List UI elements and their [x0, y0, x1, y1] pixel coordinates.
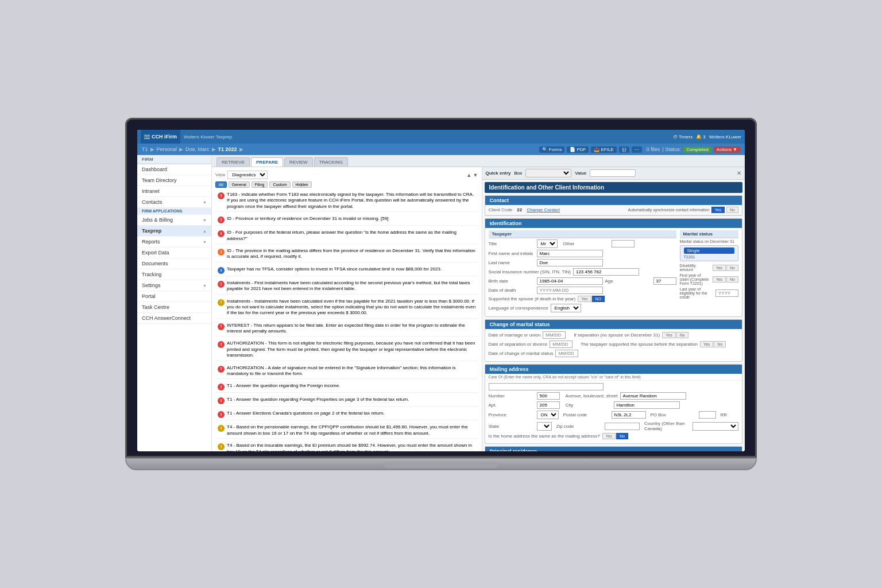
- marital-change-section: Change of marital status Date of marriag…: [485, 319, 743, 362]
- first-year-yes-btn[interactable]: Yes: [713, 276, 726, 283]
- sidebar-item-settings[interactable]: Settings ▼: [137, 280, 211, 291]
- zip-input[interactable]: [605, 423, 640, 430]
- last-year-input[interactable]: [715, 289, 738, 297]
- disability-row: Disability amount Yes No: [680, 264, 739, 272]
- home-no-btn[interactable]: No: [616, 433, 628, 439]
- language-select[interactable]: English French: [551, 304, 581, 312]
- avenue-input[interactable]: [620, 392, 686, 400]
- sidebar-item-reports[interactable]: Reports ▼: [137, 237, 211, 247]
- number-input[interactable]: [537, 392, 560, 400]
- diag-icon-red-8: !: [218, 341, 225, 348]
- actions-button[interactable]: Actions ▼: [714, 146, 740, 153]
- filter-hidden[interactable]: Hidden: [292, 181, 312, 188]
- sidebar-item-intranet[interactable]: Intranet: [137, 186, 211, 197]
- divorce-input[interactable]: [550, 341, 572, 348]
- marital-change-input[interactable]: [555, 350, 578, 357]
- filter-filing[interactable]: Filing: [252, 181, 268, 188]
- first-year-no-btn[interactable]: No: [726, 276, 738, 283]
- screen-inner: CCH iFirm Wolters Kluwer Taxprep ⏱ Timer…: [137, 130, 745, 451]
- t2201-link[interactable]: T2201: [684, 255, 735, 259]
- po-input[interactable]: [699, 411, 716, 419]
- care-of-input[interactable]: [489, 383, 604, 390]
- ts-yn: Yes No: [700, 341, 726, 347]
- marital-change-content: Date of marriage or union If separation …: [485, 329, 742, 361]
- province-select[interactable]: ON: [537, 411, 559, 419]
- sidebar-item-tracking[interactable]: Tracking: [137, 269, 211, 280]
- filter-all[interactable]: All: [215, 181, 227, 188]
- identification-section: Identification Taxpayer Title: [485, 218, 743, 317]
- disability-no-btn[interactable]: No: [726, 265, 738, 271]
- value-input[interactable]: [590, 169, 636, 177]
- spouse-no-btn[interactable]: NO: [592, 296, 605, 302]
- sidebar-item-dashboard[interactable]: Dashboard: [137, 164, 211, 175]
- diag-scroll: ! T183 - Indicate whether Form T183 was …: [215, 190, 478, 451]
- tab-tracking[interactable]: TRACKING: [314, 157, 348, 167]
- diag-collapse[interactable]: ▲ ▼: [466, 172, 478, 178]
- apt-input[interactable]: [537, 401, 560, 409]
- home-yes-btn[interactable]: Yes: [602, 433, 616, 439]
- tab-prepare[interactable]: PREPARE: [251, 157, 283, 167]
- share-button[interactable]: ⟨|⟩: [619, 146, 629, 153]
- diag-item-1: ! ID - Province or territory of residenc…: [215, 214, 478, 226]
- view-dropdown[interactable]: Diagnostics: [227, 171, 268, 179]
- first-name-input[interactable]: [537, 250, 603, 257]
- timers-icon[interactable]: ⏱ Timers: [673, 134, 693, 140]
- sidebar-item-team[interactable]: Team Directory: [137, 175, 211, 186]
- change-contact-link[interactable]: Change Contact: [527, 207, 560, 212]
- other-input[interactable]: [612, 240, 635, 247]
- sidebar-item-export[interactable]: Export Data: [137, 247, 211, 258]
- sidebar-item-contacts[interactable]: Contacts ▼: [137, 197, 211, 208]
- hamburger-icon[interactable]: [144, 135, 150, 139]
- breadcrumb-year[interactable]: T1 2022: [218, 146, 237, 152]
- spouse-yes-btn[interactable]: Yes: [578, 296, 591, 302]
- last-name-input[interactable]: [537, 259, 603, 266]
- country-select[interactable]: [693, 422, 738, 431]
- pdf-button[interactable]: 📄 PDF: [567, 146, 589, 153]
- title-label: Title: [489, 241, 535, 246]
- forms-button[interactable]: 🔍 Forms: [539, 146, 565, 153]
- contact-row: Client Code 22 Change Contact Automatica…: [485, 205, 742, 215]
- sidebar-item-documents[interactable]: Documents: [137, 258, 211, 269]
- diag-icon-red-9: !: [218, 366, 225, 373]
- ts-yes-btn[interactable]: Yes: [700, 341, 713, 347]
- top-bar: CCH iFirm Wolters Kluwer Taxprep ⏱ Timer…: [137, 130, 745, 144]
- spouse-row: Supported the spouse (if death in the ye…: [489, 296, 676, 302]
- age-label: Age: [605, 278, 651, 284]
- tab-review[interactable]: REVIEW: [284, 157, 313, 167]
- sidebar-item-task[interactable]: Task Centre: [137, 302, 211, 313]
- filter-general[interactable]: General: [229, 181, 250, 188]
- filter-custom[interactable]: Custom: [269, 181, 290, 188]
- notifications-icon[interactable]: 🔔 3: [696, 134, 705, 140]
- ts-no-btn[interactable]: No: [714, 341, 726, 347]
- breadcrumb-t1[interactable]: T1: [142, 146, 148, 152]
- divorce-label: Date of separation or divorce: [489, 342, 548, 347]
- sidebar-item-portal[interactable]: Portal: [137, 291, 211, 302]
- sync-yes-btn[interactable]: Yes: [711, 207, 725, 213]
- sync-no-btn[interactable]: No: [726, 207, 738, 213]
- breadcrumb-personal[interactable]: Personal: [157, 146, 177, 152]
- box-select[interactable]: [525, 169, 571, 177]
- city-input[interactable]: [614, 401, 680, 409]
- death-input[interactable]: [537, 287, 603, 294]
- marriage-input[interactable]: [543, 331, 566, 339]
- more-button[interactable]: ⋯: [632, 146, 642, 153]
- breadcrumb-client[interactable]: Doe, Marc: [185, 146, 210, 152]
- state-row: State Zip code Country (Other than Canad…: [489, 421, 739, 431]
- efile-button[interactable]: 📤 EFILE: [591, 146, 616, 153]
- quick-entry-close[interactable]: ✕: [737, 170, 741, 176]
- state-select[interactable]: [537, 422, 552, 431]
- sin-input[interactable]: [573, 268, 639, 276]
- taxpayer-supported-label: The taxpayer supported the spouse before…: [581, 342, 698, 347]
- sidebar-item-taxprep[interactable]: Taxprep ▲: [137, 226, 211, 237]
- age-input[interactable]: [653, 277, 676, 285]
- postal-input[interactable]: [612, 411, 646, 419]
- breadcrumb-bar: T1 ▶ Personal ▶ Doe, Marc ▶ T1 2022 ▶ 🔍 …: [137, 144, 745, 155]
- sep-yes-btn[interactable]: Yes: [662, 332, 675, 338]
- sidebar-item-answer[interactable]: CCH AnswerConnect: [137, 313, 211, 324]
- disability-yes-btn[interactable]: Yes: [713, 265, 726, 271]
- tab-retrieve[interactable]: RETRIEVE: [216, 157, 250, 167]
- sep-no-btn[interactable]: No: [676, 332, 688, 338]
- title-select[interactable]: Mr: [537, 239, 558, 248]
- birth-input[interactable]: [537, 277, 603, 285]
- sidebar-item-jobs[interactable]: Jobs & Billing ▼: [137, 215, 211, 226]
